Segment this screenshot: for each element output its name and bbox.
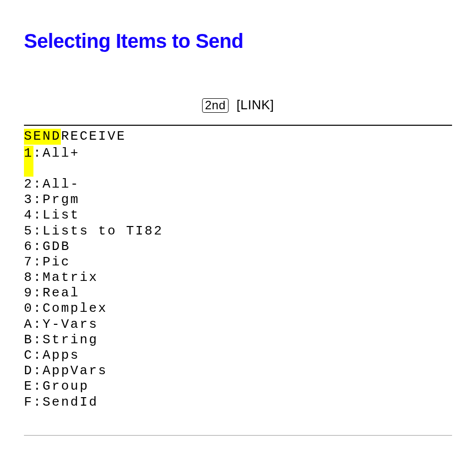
menu-item-label: List xyxy=(42,208,79,223)
menu-item-label: Group xyxy=(42,379,89,394)
menu-item-key: 5 xyxy=(24,224,33,239)
menu-item-colon: : xyxy=(33,270,43,285)
menu-item-key: E xyxy=(24,379,33,394)
menu-tabs: SEND RECEIVE xyxy=(24,129,452,144)
key-link: [LINK] xyxy=(237,97,274,113)
menu-item-label: Complex xyxy=(42,301,107,316)
menu-item-label: All- xyxy=(42,177,79,192)
menu-item-key: A xyxy=(24,317,33,332)
menu-item-key: 0 xyxy=(24,301,33,316)
page-title: Selecting Items to Send xyxy=(24,30,452,52)
menu-item-colon: : xyxy=(33,317,43,332)
menu-item-label: Matrix xyxy=(42,270,98,285)
menu-item-7[interactable]: 7:Pic xyxy=(24,254,452,270)
menu-item-colon: : xyxy=(33,146,43,161)
menu-item-D[interactable]: D:AppVars xyxy=(24,363,452,379)
menu-item-colon: : xyxy=(33,208,43,223)
calculator-screen: SEND RECEIVE 1:All+ 2:All-3:Prgm4:List5:… xyxy=(24,125,452,410)
menu-item-key: C xyxy=(24,348,33,363)
menu-item-5[interactable]: 5:Lists to TI82 xyxy=(24,224,452,239)
menu-item-label: GDB xyxy=(42,239,70,254)
menu-item-label: All+ xyxy=(42,146,79,161)
menu-item-A[interactable]: A:Y‑Vars xyxy=(24,317,452,332)
cursor-line xyxy=(24,161,452,177)
menu-item-key: B xyxy=(24,332,33,348)
menu-item-0[interactable]: 0:Complex xyxy=(24,301,452,316)
menu-item-6[interactable]: 6:GDB xyxy=(24,239,452,254)
menu-item-colon: : xyxy=(33,192,43,207)
menu-item-colon: : xyxy=(33,301,43,316)
menu-item-1[interactable]: 1:All+ xyxy=(24,146,452,161)
menu-item-key: F xyxy=(24,395,33,410)
menu-item-label: AppVars xyxy=(42,363,107,378)
menu-item-colon: : xyxy=(33,224,43,238)
menu-item-C[interactable]: C:Apps xyxy=(24,348,452,363)
menu-item-colon: : xyxy=(33,254,43,269)
tab-send[interactable]: SEND xyxy=(24,129,61,144)
menu-item-label: Pic xyxy=(42,254,70,269)
menu-item-label: Real xyxy=(42,285,79,300)
menu-item-colon: : xyxy=(33,239,43,254)
menu-item-label: Lists to TI82 xyxy=(42,224,163,238)
menu-item-9[interactable]: 9:Real xyxy=(24,285,452,301)
menu-item-B[interactable]: B:String xyxy=(24,332,452,348)
menu-item-3[interactable]: 3:Prgm xyxy=(24,192,452,208)
menu-item-colon: : xyxy=(33,379,43,394)
menu-item-key: 1 xyxy=(24,146,33,161)
menu-item-key: 4 xyxy=(24,208,33,223)
key-2nd: 2nd xyxy=(202,98,229,113)
menu-item-key: 8 xyxy=(24,270,33,285)
menu-item-label: Apps xyxy=(42,348,79,363)
footer-rule xyxy=(24,435,452,436)
menu-item-colon: : xyxy=(33,177,43,192)
menu-item-label: Prgm xyxy=(42,192,79,207)
menu-item-key: 9 xyxy=(24,285,33,301)
menu-item-label: Y‑Vars xyxy=(42,317,98,332)
menu-item-8[interactable]: 8:Matrix xyxy=(24,270,452,285)
menu-item-label: String xyxy=(42,332,98,347)
menu-item-colon: : xyxy=(33,395,43,410)
menu-item-key: D xyxy=(24,363,33,379)
menu-item-label: SendId xyxy=(42,395,98,410)
menu-item-F[interactable]: F:SendId xyxy=(24,395,452,410)
menu-item-colon: : xyxy=(33,363,43,378)
tab-receive[interactable]: RECEIVE xyxy=(61,129,126,144)
key-sequence: 2nd [LINK] xyxy=(24,97,452,113)
menu-item-key: 6 xyxy=(24,239,33,254)
menu-item-colon: : xyxy=(33,285,43,300)
menu-item-4[interactable]: 4:List xyxy=(24,208,452,223)
menu-item-key: 3 xyxy=(24,192,33,208)
menu-item-key: 2 xyxy=(24,177,33,192)
send-menu: 1:All+ 2:All-3:Prgm4:List5:Lists to TI82… xyxy=(24,146,452,410)
menu-item-2[interactable]: 2:All- xyxy=(24,177,452,192)
cursor xyxy=(24,161,33,177)
menu-item-colon: : xyxy=(33,332,43,347)
menu-item-colon: : xyxy=(33,348,43,363)
menu-item-E[interactable]: E:Group xyxy=(24,379,452,394)
menu-item-key: 7 xyxy=(24,254,33,270)
